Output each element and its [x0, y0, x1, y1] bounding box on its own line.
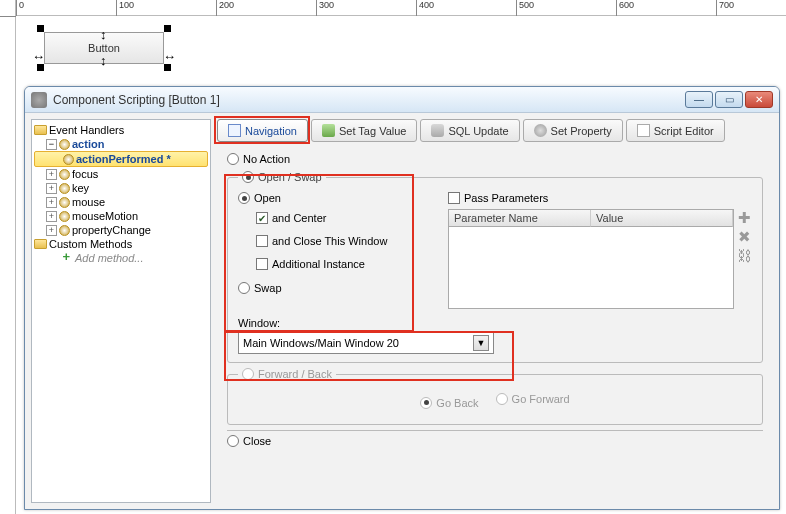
dialog: Component Scripting [Button 1] — ▭ ✕ Eve… [24, 86, 780, 510]
gear-icon [31, 92, 47, 108]
checkbox-icon [448, 192, 460, 204]
tree-property-change[interactable]: + propertyChange [34, 223, 208, 237]
radio-open-swap[interactable]: Open / Swap [238, 171, 326, 183]
expand-icon[interactable]: + [46, 225, 57, 236]
ruler-horizontal: 0 100 200 300 400 500 600 700 [0, 0, 786, 16]
script-icon [637, 124, 650, 137]
radio-go-forward: Go Forward [496, 390, 570, 408]
tree-event-handlers[interactable]: Event Handlers [34, 123, 208, 137]
check-and-center[interactable]: and Center [256, 209, 428, 227]
titlebar[interactable]: Component Scripting [Button 1] — ▭ ✕ [25, 87, 779, 113]
radio-icon [496, 393, 508, 405]
gear-icon [59, 211, 70, 222]
radio-no-action[interactable]: No Action [227, 150, 763, 168]
expand-icon[interactable]: + [46, 183, 57, 194]
radio-icon [420, 397, 432, 409]
radio-fwd-back[interactable]: Forward / Back [238, 368, 336, 380]
tab-set-tag[interactable]: Set Tag Value [311, 119, 417, 142]
gear-icon [59, 183, 70, 194]
gear-icon [59, 197, 70, 208]
tab-navigation[interactable]: Navigation [217, 119, 308, 142]
radio-icon [238, 282, 250, 294]
tag-icon [322, 124, 335, 137]
group-open-swap: Open / Swap Open and Center [227, 171, 763, 363]
checkbox-icon [256, 235, 268, 247]
checkbox-icon [256, 212, 268, 224]
col-param-name[interactable]: Parameter Name [449, 210, 591, 227]
close-button[interactable]: ✕ [745, 91, 773, 108]
tree-custom-methods[interactable]: Custom Methods [34, 237, 208, 251]
link-row-button[interactable]: ⛓ [736, 249, 752, 265]
folder-icon [34, 239, 47, 249]
tree-mouse-motion[interactable]: + mouseMotion [34, 209, 208, 223]
tab-set-property[interactable]: Set Property [523, 119, 623, 142]
tree-focus[interactable]: + focus [34, 167, 208, 181]
chevron-down-icon[interactable]: ▼ [473, 335, 489, 351]
tree-action-performed[interactable]: actionPerformed * [34, 151, 208, 167]
expand-icon[interactable]: + [46, 211, 57, 222]
dialog-title: Component Scripting [Button 1] [53, 93, 683, 107]
plus-icon: + [59, 252, 73, 264]
radio-icon [227, 435, 239, 447]
tree-action[interactable]: − action [34, 137, 208, 151]
collapse-icon[interactable]: − [46, 139, 57, 150]
resize-handle-icon[interactable] [164, 25, 171, 32]
database-icon [431, 124, 444, 137]
radio-icon [238, 192, 250, 204]
window-combo[interactable]: Main Windows/Main Window 20 ▼ [238, 332, 494, 354]
folder-icon [34, 125, 47, 135]
radio-icon [227, 153, 239, 165]
check-pass-params[interactable]: Pass Parameters [448, 189, 752, 207]
tabbar: Navigation Set Tag Value SQL Update Set … [217, 119, 773, 142]
arrow-right-icon[interactable]: ↔ [163, 42, 176, 72]
tree-add-method[interactable]: + Add method... [34, 251, 208, 265]
ruler-vertical [0, 0, 16, 514]
tree-mouse[interactable]: + mouse [34, 195, 208, 209]
expand-icon[interactable]: + [46, 169, 57, 180]
design-button[interactable]: Button ↕ ↕ ↔ ↔ [44, 32, 164, 64]
radio-icon [242, 171, 254, 183]
gear-icon [59, 225, 70, 236]
tree-key[interactable]: + key [34, 181, 208, 195]
window-label: Window: [238, 317, 752, 329]
maximize-button[interactable]: ▭ [715, 91, 743, 108]
tab-sql[interactable]: SQL Update [420, 119, 519, 142]
check-and-close[interactable]: and Close This Window [256, 232, 428, 250]
radio-open[interactable]: Open [238, 189, 428, 207]
gear-icon [59, 139, 70, 150]
gear-icon [59, 169, 70, 180]
nav-panel: No Action Open / Swap Open [217, 148, 773, 503]
col-param-value[interactable]: Value [591, 210, 733, 227]
param-table[interactable]: Parameter Name Value [448, 209, 734, 309]
check-additional[interactable]: Additional Instance [256, 255, 428, 273]
resize-handle-icon[interactable] [37, 25, 44, 32]
gear-icon [63, 154, 74, 165]
radio-swap[interactable]: Swap [238, 279, 428, 297]
checkbox-icon [256, 258, 268, 270]
arrow-left-icon[interactable]: ↔ [32, 42, 45, 72]
radio-go-back: Go Back [420, 394, 478, 412]
remove-row-button[interactable]: ✖ [736, 230, 752, 246]
group-fwd-back: Forward / Back Go Back Go Forward [227, 368, 763, 425]
window-combo-value: Main Windows/Main Window 20 [243, 337, 399, 349]
radio-icon [242, 368, 254, 380]
expand-icon[interactable]: + [46, 197, 57, 208]
minimize-button[interactable]: — [685, 91, 713, 108]
event-tree[interactable]: Event Handlers − action actionPerformed … [31, 119, 211, 503]
navigation-icon [228, 124, 241, 137]
radio-close[interactable]: Close [227, 430, 763, 450]
tab-script-editor[interactable]: Script Editor [626, 119, 725, 142]
add-row-button[interactable]: ✚ [736, 211, 752, 227]
gear-icon [534, 124, 547, 137]
arrow-down-icon[interactable]: ↕ [100, 46, 107, 76]
